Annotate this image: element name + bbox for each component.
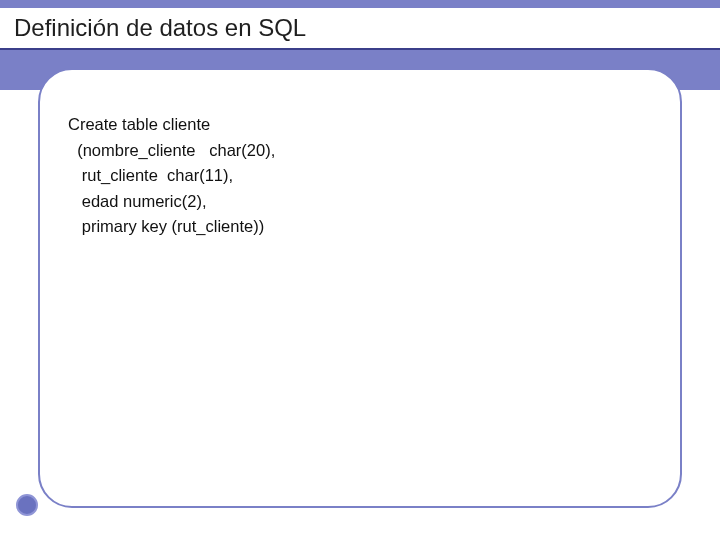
slide-title: Definición de datos en SQL — [0, 8, 720, 50]
title-underline — [0, 48, 720, 50]
slide-title-text: Definición de datos en SQL — [14, 14, 306, 41]
content-panel: Create table cliente (nombre_cliente cha… — [38, 68, 682, 508]
sql-code-block: Create table cliente (nombre_cliente cha… — [68, 112, 648, 240]
accent-bullet-icon — [16, 494, 38, 516]
